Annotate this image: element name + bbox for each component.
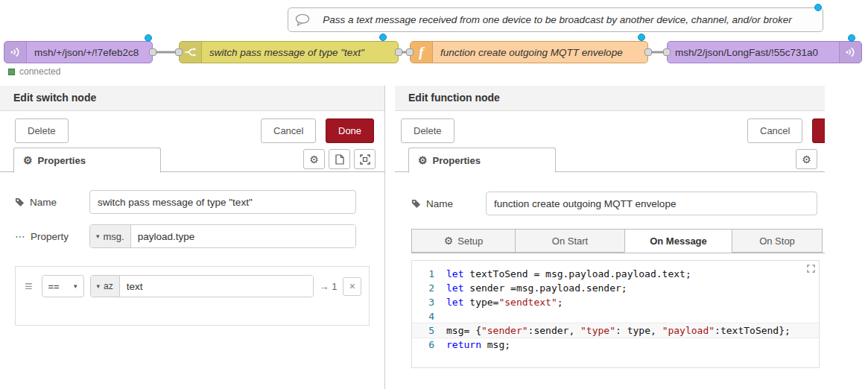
ellipsis-icon: ⋯: [15, 230, 25, 242]
switch-icon: [180, 42, 202, 63]
code-line: 5msg= {"sender":sender, "type": type, "p…: [412, 323, 819, 338]
gear-icon: ⚙: [418, 154, 428, 166]
switch-form: Name ⋯ Property ▾ msg.: [0, 172, 384, 326]
gear-icon: ⚙: [444, 235, 454, 247]
panel-title: Edit switch node: [0, 86, 384, 111]
mqtt-in-node-label: msh/+/json/+/!7efeb2c8: [27, 47, 146, 58]
delete-button[interactable]: Delete: [15, 118, 69, 143]
tab-on-start[interactable]: On Start: [515, 229, 625, 253]
code-line: 2let sender =msg.payload.sender;: [412, 281, 819, 295]
function-input-port[interactable]: [406, 48, 414, 56]
function-panel-buttons: Delete Cancel Done: [395, 111, 825, 147]
function-icon: f: [411, 42, 433, 63]
cancel-button[interactable]: Cancel: [747, 118, 802, 143]
tag-icon: [411, 199, 421, 209]
panel-title: Edit function node: [395, 86, 825, 111]
appearance-button[interactable]: [354, 149, 376, 169]
tab-properties[interactable]: ⚙ Properties: [13, 148, 161, 173]
modified-indicator: [638, 34, 645, 41]
modified-indicator: [145, 34, 152, 42]
switch-rule-row: ≡ == ▾ ▾ az → 1 ×: [22, 275, 363, 297]
frame-icon: [360, 154, 370, 165]
wifi-icon: [4, 42, 27, 63]
tab-on-stop[interactable]: On Stop: [732, 229, 823, 253]
node-red-editor: Pass a text message received from one de…: [0, 0, 868, 389]
comment-node-label: Pass a text message received from one de…: [310, 14, 823, 25]
rule-value-input[interactable]: [120, 276, 313, 297]
function-panel-tabbar: ⚙ Properties ⚙: [395, 147, 825, 172]
function-node[interactable]: f function create outgoing MQTT envelope: [410, 41, 648, 63]
tab-on-message[interactable]: On Message: [624, 229, 732, 253]
name-label: Name: [15, 197, 89, 208]
modified-indicator: [814, 4, 822, 11]
done-button[interactable]: Done: [326, 118, 374, 143]
modified-indicator: [379, 34, 387, 41]
code-line: 3let type="sendtext";: [412, 295, 819, 309]
function-editor-tabs: ⚙ Setup On Start On Message On Stop: [411, 229, 825, 253]
cancel-button[interactable]: Cancel: [261, 118, 316, 143]
mqtt-out-node-label: msh/2/json/LongFast/!55c731a0: [668, 47, 839, 58]
name-label: Name: [411, 198, 486, 209]
switch-rules-list: ≡ == ▾ ▾ az → 1 ×: [15, 266, 370, 326]
function-code-editor[interactable]: 1let textToSend = msg.payload.payload.te…: [411, 260, 820, 368]
code-line: 4: [412, 309, 819, 323]
node-settings-button[interactable]: ⚙: [303, 149, 325, 169]
tab-properties[interactable]: ⚙ Properties: [408, 148, 556, 173]
name-input[interactable]: [486, 192, 817, 215]
tab-setup[interactable]: ⚙ Setup: [411, 229, 516, 253]
switch-panel-tabbar: ⚙ Properties ⚙: [0, 147, 384, 172]
drag-handle-icon[interactable]: ≡: [22, 279, 36, 294]
rule-value-typed-input: ▾ az: [90, 275, 314, 297]
rule-type-select[interactable]: ▾ az: [91, 276, 120, 297]
property-label: ⋯ Property: [15, 230, 89, 242]
switch-node-label: switch pass message of type "text": [202, 47, 372, 58]
function-output-port[interactable]: [644, 48, 652, 56]
modified-indicator: [848, 34, 855, 42]
edit-switch-panel: Edit switch node Delete Cancel Done ⚙ Pr…: [0, 86, 385, 389]
description-button[interactable]: [329, 149, 350, 169]
node-settings-button[interactable]: ⚙: [796, 149, 817, 169]
gear-icon: ⚙: [309, 154, 319, 165]
gear-icon: ⚙: [23, 154, 33, 166]
chevron-down-icon: ▾: [97, 282, 101, 290]
function-node-label: function create outgoing MQTT envelope: [433, 47, 630, 58]
gear-icon: ⚙: [802, 154, 811, 165]
document-icon: [335, 154, 344, 165]
property-type-select[interactable]: ▾ msg.: [90, 225, 131, 247]
switch-input-port[interactable]: [175, 48, 183, 56]
property-input[interactable]: [131, 225, 355, 247]
mqtt-out-input-port[interactable]: [663, 48, 671, 56]
comment-bubble-icon: [288, 13, 310, 26]
function-form: Name ⚙ Setup On Start On Message On Stop: [395, 172, 825, 368]
remove-rule-button[interactable]: ×: [343, 277, 361, 296]
chevron-down-icon: ▾: [96, 233, 100, 240]
mqtt-in-status: connected: [8, 66, 60, 77]
switch-panel-buttons: Delete Cancel Done: [0, 111, 384, 147]
wifi-icon: [839, 42, 861, 63]
comment-node[interactable]: Pass a text message received from one de…: [288, 7, 823, 32]
delete-button[interactable]: Delete: [401, 118, 454, 143]
property-typed-input: ▾ msg.: [89, 224, 356, 248]
switch-node[interactable]: switch pass message of type "text": [179, 41, 399, 63]
rule-operator-select[interactable]: == ▾: [42, 275, 84, 297]
status-connected-icon: [8, 69, 15, 75]
mqtt-out-node[interactable]: msh/2/json/LongFast/!55c731a0: [667, 41, 862, 63]
switch-output-port[interactable]: [395, 48, 402, 56]
done-button[interactable]: Done: [812, 118, 825, 143]
chevron-down-icon: ▾: [74, 282, 77, 290]
rule-output-label: → 1: [320, 281, 338, 292]
name-input[interactable]: [89, 190, 356, 214]
code-line: 1let textToSend = msg.payload.payload.te…: [412, 267, 819, 281]
code-lines: 1let textToSend = msg.payload.payload.te…: [412, 267, 819, 352]
mqtt-in-output-port[interactable]: [149, 48, 156, 56]
edit-function-panel: Edit function node Delete Cancel Done ⚙ …: [395, 86, 825, 389]
mqtt-in-node[interactable]: msh/+/json/+/!7efeb2c8: [4, 41, 153, 63]
expand-editor-icon[interactable]: [807, 265, 815, 273]
code-line: 6return msg;: [412, 338, 819, 352]
string-type-icon: az: [104, 281, 113, 291]
tag-icon: [15, 197, 25, 207]
status-text: connected: [19, 66, 60, 77]
